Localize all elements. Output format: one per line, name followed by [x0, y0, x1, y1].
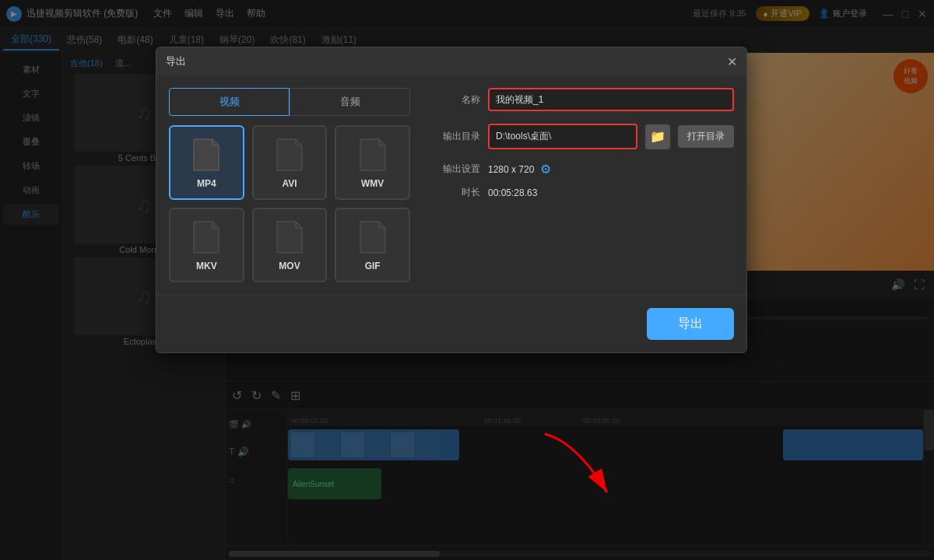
format-name-mp4: MP4 [197, 178, 216, 189]
duration-label: 时长 [426, 186, 480, 199]
name-row: 名称 [426, 88, 734, 111]
format-mkv[interactable]: MKV [169, 208, 244, 282]
format-name-mkv: MKV [196, 261, 217, 271]
mkv-icon [191, 219, 222, 256]
format-tabs: 视频 音频 [169, 88, 410, 116]
name-input[interactable] [488, 88, 734, 111]
dialog-overlay: 导出 ✕ 视频 音频 [0, 0, 934, 560]
format-gif[interactable]: GIF [335, 208, 410, 282]
dialog-titlebar: 导出 ✕ [156, 47, 746, 75]
format-name-gif: GIF [365, 261, 381, 271]
wmv-icon [357, 136, 388, 173]
gear-icon[interactable]: ⚙ [540, 162, 551, 177]
gif-icon [357, 219, 388, 256]
duration-row: 时长 00:05:28.63 [426, 186, 734, 199]
dir-label: 输出目录 [426, 130, 480, 143]
format-tab-video[interactable]: 视频 [169, 88, 290, 116]
output-info: 输出设置 1280 x 720 ⚙ 时长 00:05:28.63 [426, 162, 734, 199]
duration-value: 00:05:28.63 [488, 187, 537, 198]
settings-panel: 名称 输出目录 D:\tools\桌面\ 📁 打开目录 输出设置 1280 x … [426, 88, 734, 282]
avi-icon [274, 136, 305, 173]
format-name-mov: MOV [279, 261, 300, 271]
format-name-avi: AVI [282, 178, 297, 189]
dialog-close-button[interactable]: ✕ [727, 54, 737, 69]
format-panel: 视频 音频 MP4 [169, 88, 410, 282]
format-mov[interactable]: MOV [252, 208, 328, 282]
dialog-title: 导出 [166, 54, 186, 68]
mov-icon [274, 219, 305, 256]
format-name-wmv: WMV [361, 178, 384, 189]
format-avi[interactable]: AVI [252, 125, 328, 200]
format-wmv[interactable]: WMV [335, 125, 410, 200]
dir-row: 输出目录 D:\tools\桌面\ 📁 打开目录 [426, 124, 734, 149]
export-button[interactable]: 导出 [647, 308, 734, 340]
dialog-footer: 导出 [156, 295, 746, 352]
output-settings-row: 输出设置 1280 x 720 ⚙ [426, 162, 734, 177]
export-dialog: 导出 ✕ 视频 音频 [156, 47, 747, 353]
output-settings-value: 1280 x 720 ⚙ [488, 162, 551, 177]
dialog-body: 视频 音频 MP4 [156, 75, 746, 295]
folder-button[interactable]: 📁 [645, 124, 670, 149]
name-label: 名称 [426, 93, 480, 107]
format-grid: MP4 AVI [169, 125, 410, 282]
format-tab-audio[interactable]: 音频 [290, 88, 410, 116]
mp4-icon [191, 136, 222, 173]
dir-value: D:\tools\桌面\ [488, 124, 637, 149]
open-dir-button[interactable]: 打开目录 [678, 125, 734, 148]
output-settings-label: 输出设置 [426, 163, 480, 176]
format-mp4[interactable]: MP4 [169, 125, 244, 200]
